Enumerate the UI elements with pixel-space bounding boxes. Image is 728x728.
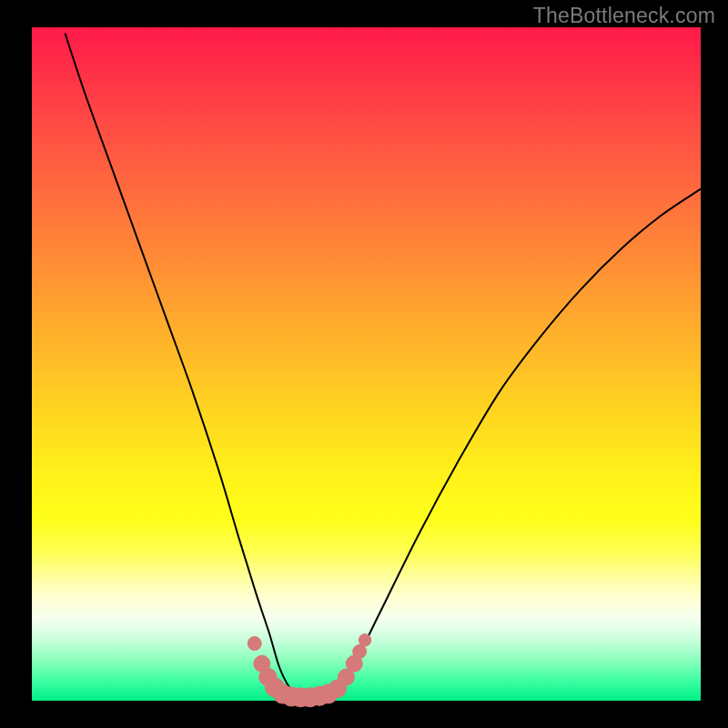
watermark-text: TheBottleneck.com bbox=[533, 4, 715, 28]
curve-marker bbox=[248, 637, 261, 651]
curve-svg bbox=[32, 27, 701, 701]
bottleneck-curve bbox=[66, 34, 701, 698]
curve-markers bbox=[248, 634, 371, 707]
curve-marker bbox=[353, 644, 367, 658]
chart-frame: TheBottleneck.com bbox=[0, 0, 728, 728]
curve-marker bbox=[359, 634, 371, 647]
plot-area bbox=[32, 27, 701, 701]
